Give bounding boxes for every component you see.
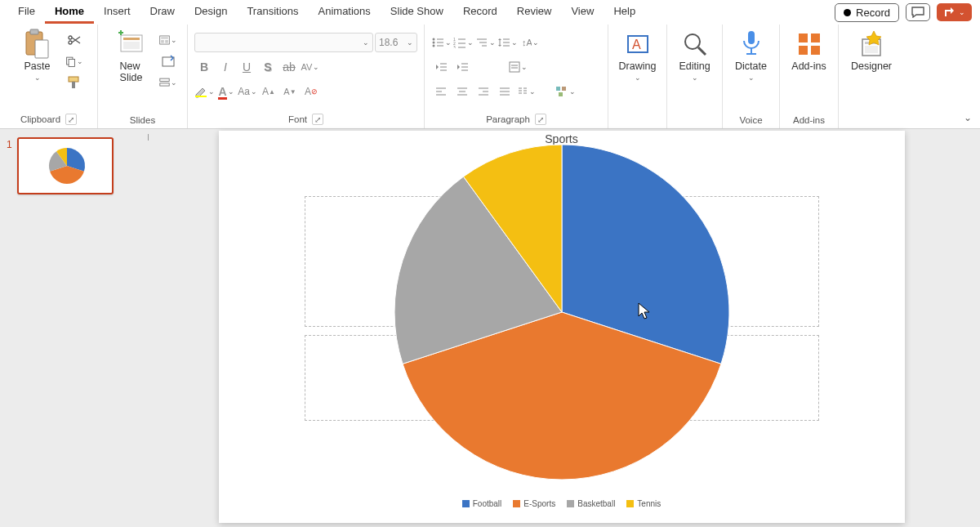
record-button[interactable]: Record bbox=[835, 3, 899, 22]
reset-icon bbox=[162, 55, 175, 68]
spacing-button[interactable]: AV⌄ bbox=[301, 57, 320, 77]
dictate-label: Dictate bbox=[735, 60, 767, 72]
align-right-button[interactable] bbox=[474, 82, 493, 101]
menu-tab-help[interactable]: Help bbox=[604, 1, 645, 24]
slide[interactable]: Sports FootballE-SportsBasketballTennis bbox=[219, 131, 905, 523]
font-color-button[interactable]: A⌄ bbox=[216, 82, 236, 101]
font-label: Font bbox=[288, 114, 307, 124]
shrink-font-button[interactable]: A▼ bbox=[280, 82, 300, 101]
align-left-button[interactable] bbox=[431, 82, 451, 101]
columns-button[interactable]: ⌄ bbox=[516, 82, 536, 101]
list-level-button[interactable]: ⌄ bbox=[475, 33, 496, 52]
paste-button[interactable]: Paste ⌄ bbox=[15, 28, 60, 83]
new-slide-label: New Slide bbox=[120, 60, 143, 83]
font-name-combo[interactable]: ⌄ bbox=[194, 33, 373, 52]
align-center-button[interactable] bbox=[452, 82, 472, 101]
editing-button[interactable]: Editing⌄ bbox=[672, 28, 718, 83]
align-text-button[interactable]: ⌄ bbox=[508, 57, 528, 77]
layout-button[interactable]: ⌄ bbox=[159, 31, 177, 49]
cut-button[interactable] bbox=[65, 31, 83, 49]
menu-tab-slide-show[interactable]: Slide Show bbox=[381, 1, 453, 24]
text-direction-button[interactable]: ↕A⌄ bbox=[519, 33, 539, 52]
italic-button[interactable]: I bbox=[216, 57, 235, 77]
menu-tab-file[interactable]: File bbox=[8, 1, 45, 24]
menu-tab-record[interactable]: Record bbox=[453, 1, 507, 24]
shadow-button[interactable]: S bbox=[258, 57, 278, 77]
menu-tab-transitions[interactable]: Transitions bbox=[237, 1, 308, 24]
designer-icon bbox=[857, 29, 886, 59]
menu-tabs: FileHomeInsertDrawDesignTransitionsAnima… bbox=[8, 1, 645, 24]
outdent-icon bbox=[434, 61, 448, 73]
drawing-button[interactable]: A Drawing⌄ bbox=[614, 28, 662, 83]
comments-button[interactable] bbox=[906, 3, 930, 21]
svg-rect-79 bbox=[799, 46, 808, 55]
decrease-indent-button[interactable] bbox=[431, 57, 451, 77]
designer-label: Designer bbox=[851, 60, 892, 72]
svg-rect-74 bbox=[748, 31, 755, 44]
paste-icon bbox=[23, 29, 52, 59]
increase-indent-button[interactable] bbox=[452, 57, 472, 77]
menu-tab-animations[interactable]: Animations bbox=[309, 1, 381, 24]
menu-tab-view[interactable]: View bbox=[561, 1, 604, 24]
grow-font-button[interactable]: A▲ bbox=[259, 82, 278, 101]
legend-label: E-Sports bbox=[523, 499, 555, 508]
copy-button[interactable]: ⌄ bbox=[65, 52, 83, 70]
svg-rect-67 bbox=[556, 87, 560, 91]
clipboard-label: Clipboard bbox=[20, 114, 60, 124]
legend-label: Basketball bbox=[577, 499, 615, 508]
justify-button[interactable] bbox=[495, 82, 514, 101]
svg-rect-14 bbox=[161, 40, 164, 43]
slide-thumbnail-1[interactable] bbox=[17, 137, 114, 194]
designer-button[interactable]: Designer bbox=[846, 28, 897, 74]
svg-rect-2 bbox=[35, 40, 48, 58]
menu-tab-review[interactable]: Review bbox=[507, 1, 562, 24]
clipboard-launcher[interactable]: ⤢ bbox=[65, 114, 77, 125]
font-launcher[interactable]: ⤢ bbox=[312, 114, 323, 125]
align-center-icon bbox=[457, 87, 468, 96]
bullets-button[interactable]: ⌄ bbox=[431, 33, 452, 52]
group-clipboard: Paste ⌄ ⌄ Clipboard⤢ bbox=[0, 25, 98, 128]
menu-tab-draw[interactable]: Draw bbox=[140, 1, 185, 24]
format-painter-button[interactable] bbox=[65, 74, 83, 92]
group-addins: Add-ins Add-ins bbox=[780, 25, 839, 128]
ribbon: Paste ⌄ ⌄ Clipboard⤢ bbox=[0, 25, 980, 129]
pie-chart[interactable] bbox=[390, 141, 733, 484]
underline-button[interactable]: U bbox=[237, 57, 256, 77]
line-spacing-button[interactable]: ⌄ bbox=[497, 33, 518, 52]
paragraph-launcher[interactable]: ⤢ bbox=[535, 114, 546, 125]
svg-text:3: 3 bbox=[453, 45, 456, 48]
slide-canvas-area[interactable]: Sports FootballE-SportsBasketballTennis bbox=[143, 129, 980, 527]
highlight-button[interactable]: ⌄ bbox=[194, 82, 215, 101]
menu-tab-home[interactable]: Home bbox=[45, 1, 94, 24]
ribbon-collapse-button[interactable]: ⌄ bbox=[964, 112, 972, 123]
group-drawing: A Drawing⌄ bbox=[608, 25, 667, 128]
bullets-icon bbox=[431, 37, 444, 48]
addins-button[interactable]: Add-ins bbox=[786, 28, 832, 74]
strike-button[interactable]: ab bbox=[279, 57, 299, 77]
new-slide-button[interactable]: New Slide bbox=[109, 28, 154, 85]
align-text-icon bbox=[509, 61, 520, 73]
legend-label: Tennis bbox=[637, 499, 661, 508]
slide-thumbnail-panel[interactable]: 1 bbox=[0, 129, 143, 527]
legend-item: Football bbox=[462, 499, 502, 508]
legend-swatch bbox=[567, 500, 574, 507]
mic-icon bbox=[737, 29, 766, 59]
menu-tab-insert[interactable]: Insert bbox=[94, 1, 140, 24]
section-button[interactable]: ⌄ bbox=[159, 74, 177, 92]
share-button[interactable]: ⌄ bbox=[937, 3, 972, 21]
justify-icon bbox=[499, 87, 510, 96]
reset-button[interactable] bbox=[159, 52, 177, 70]
svg-rect-13 bbox=[161, 37, 168, 38]
font-size-combo[interactable]: 18.6⌄ bbox=[375, 33, 417, 52]
svg-rect-6 bbox=[72, 82, 75, 88]
smartart-button[interactable]: ⌄ bbox=[555, 82, 576, 101]
voice-label: Voice bbox=[739, 115, 762, 125]
svg-text:A: A bbox=[632, 38, 641, 51]
svg-text:↕A: ↕A bbox=[522, 38, 532, 47]
menu-tab-design[interactable]: Design bbox=[185, 1, 237, 24]
change-case-button[interactable]: Aa⌄ bbox=[238, 82, 257, 101]
dictate-button[interactable]: Dictate⌄ bbox=[728, 28, 774, 83]
numbering-button[interactable]: 123⌄ bbox=[453, 33, 474, 52]
clear-format-button[interactable]: A⊘ bbox=[301, 82, 321, 101]
bold-button[interactable]: B bbox=[194, 57, 214, 77]
